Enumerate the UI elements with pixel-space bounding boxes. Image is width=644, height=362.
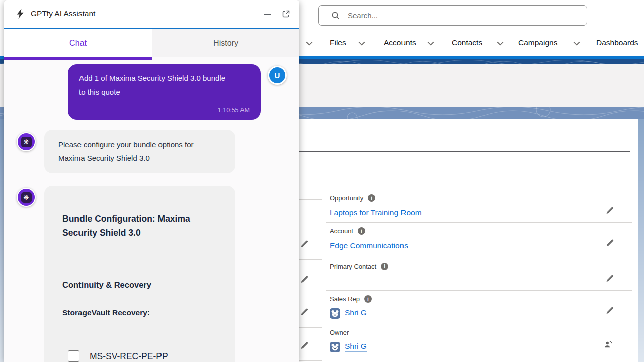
field-label-line: Owner — [330, 329, 349, 336]
field-label: Sales Rep — [330, 295, 360, 303]
user-message-text: Add 1 of Maxima Security Shield 3.0 bund… — [79, 72, 230, 99]
field-label: Opportunity — [330, 194, 363, 202]
info-icon[interactable]: i — [358, 227, 365, 235]
gptfy-chat-panel: GPTfy AI Assistant Chat History Add 1 of… — [4, 0, 299, 362]
option-checkbox[interactable] — [68, 350, 79, 362]
edit-pencil-icon[interactable] — [300, 308, 308, 316]
lightning-bolt-icon — [16, 9, 24, 19]
field-label-line: Sales Rep i — [330, 295, 372, 303]
bot-avatar: ❋ — [17, 188, 36, 207]
search-input[interactable] — [347, 11, 580, 20]
nav-tab-contacts[interactable]: Contacts — [452, 38, 482, 47]
opportunity-link[interactable]: Laptops for Training Room — [330, 208, 422, 218]
global-search-box[interactable] — [318, 5, 587, 26]
divider — [299, 226, 322, 226]
field-value-line: Shri G — [330, 308, 367, 319]
user-avatar: U — [268, 66, 287, 85]
chevron-down-icon[interactable] — [427, 41, 434, 46]
nav-tab-campaigns[interactable]: Campaigns — [518, 38, 557, 47]
field-value-line: Shri G — [330, 341, 367, 352]
page-background-strip — [0, 119, 4, 362]
nav-tab-dashboards[interactable]: Dashboards — [596, 38, 638, 47]
field-row-opportunity: Opportunity i Laptops for Training Room — [326, 190, 632, 223]
user-avatar — [330, 342, 340, 352]
field-label: Account — [330, 227, 353, 235]
info-icon[interactable]: i — [364, 295, 372, 303]
screen: Files Accounts Contacts Campaigns Dashbo… — [0, 0, 644, 362]
edit-pencil-icon[interactable] — [605, 239, 614, 247]
bot-avatar: ❋ — [17, 132, 36, 151]
tab-history[interactable]: History — [152, 29, 299, 57]
search-icon — [331, 11, 340, 20]
field-row-owner: Owner Shri G — [326, 325, 632, 360]
bundle-configuration-card: Bundle Configuration: Maxima Security Sh… — [44, 186, 235, 362]
bundle-card-title: Bundle Configuration: Maxima Security Sh… — [62, 212, 211, 240]
divider — [299, 259, 322, 260]
field-label: Owner — [330, 329, 349, 336]
edit-pencil-icon[interactable] — [605, 274, 614, 283]
divider — [299, 327, 322, 328]
field-row-primary-contact: Primary Contact i — [326, 257, 632, 291]
chevron-down-icon[interactable] — [358, 41, 365, 46]
field-row-account: Account i Edge Communications — [326, 223, 632, 256]
user-message-bubble: Add 1 of Maxima Security Shield 3.0 bund… — [68, 64, 261, 120]
active-tab-underline — [4, 57, 152, 60]
edit-pencil-icon[interactable] — [300, 341, 308, 350]
divider — [299, 199, 322, 200]
user-avatar — [330, 308, 340, 319]
pinwheel-icon: ❋ — [21, 137, 32, 147]
bot-message-bubble: Please configure your bundle options for… — [44, 130, 235, 173]
edit-pencil-icon[interactable] — [605, 206, 614, 215]
popout-icon[interactable] — [282, 10, 290, 18]
divider — [299, 360, 322, 361]
minimize-icon[interactable] — [264, 14, 271, 15]
chevron-down-icon[interactable] — [573, 41, 580, 46]
edit-pencil-icon[interactable] — [605, 306, 614, 315]
chevron-down-icon[interactable] — [497, 41, 504, 46]
field-row-sales-rep: Sales Rep i Shri G — [326, 291, 632, 324]
info-icon[interactable]: i — [381, 263, 388, 270]
info-icon[interactable]: i — [368, 194, 375, 202]
field-label-line: Primary Contact i — [330, 263, 388, 270]
field-label-line: Opportunity i — [330, 194, 375, 202]
bundle-group-heading: StorageVault Recovery: — [62, 308, 220, 317]
chevron-down-icon[interactable] — [306, 41, 313, 46]
pinwheel-icon: ❋ — [21, 192, 32, 203]
owner-link[interactable]: Shri G — [345, 342, 367, 352]
nav-tab-files[interactable]: Files — [330, 38, 346, 47]
divider — [299, 294, 322, 294]
account-link[interactable]: Edge Communications — [330, 241, 408, 251]
bot-message-text: Please configure your bundle options for… — [58, 138, 210, 165]
chat-panel-header: GPTfy AI Assistant — [4, 0, 299, 28]
option-label: MS-SV-REC-PE-PP — [90, 350, 168, 362]
field-label: Primary Contact — [330, 263, 376, 270]
bundle-option-row: MS-SV-REC-PE-PP — [68, 350, 220, 362]
change-owner-icon[interactable] — [604, 340, 613, 349]
edit-pencil-icon[interactable] — [300, 275, 308, 284]
field-value-line: Laptops for Training Room — [330, 208, 422, 219]
section-divider — [282, 151, 630, 152]
edit-pencil-icon[interactable] — [300, 240, 308, 248]
field-label-line: Account i — [330, 227, 365, 235]
field-value-line: Edge Communications — [330, 241, 408, 252]
bundle-section-heading: Continuity & Recovery — [62, 280, 220, 290]
sales-rep-link[interactable]: Shri G — [345, 308, 367, 318]
tab-chat[interactable]: Chat — [4, 29, 152, 57]
message-timestamp: 1:10:55 AM — [218, 107, 250, 114]
chat-panel-title: GPTfy AI Assistant — [31, 9, 95, 18]
nav-tab-accounts[interactable]: Accounts — [384, 38, 416, 47]
page-background-strip — [638, 119, 644, 362]
